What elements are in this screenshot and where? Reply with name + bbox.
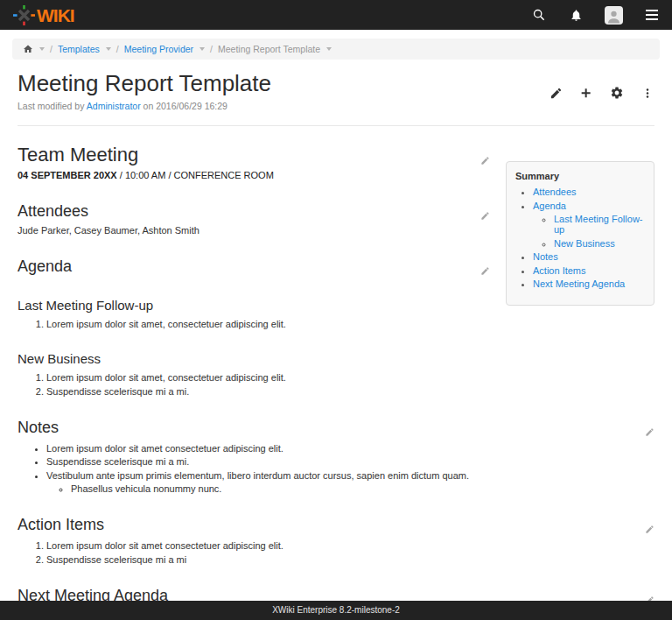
summary-panel: Summary Attendees Agenda Last Meeting Fo…	[506, 161, 654, 306]
version-footer-bar: XWiki Enterprise 8.2-milestone-2	[0, 601, 672, 620]
section-edit-pencil-icon[interactable]	[645, 520, 654, 539]
notes-sublist: Phasellus vehicula nonummy nunc.	[46, 483, 654, 494]
home-icon[interactable]	[23, 44, 33, 54]
edit-pencil-icon[interactable]	[549, 86, 563, 100]
toc-link-last-meeting-follow-up[interactable]: Last Meeting Follow-up	[554, 214, 643, 235]
meeting-time-location: / 10:00 AM / CONFERENCE ROOM	[117, 170, 274, 180]
header-divider	[18, 125, 654, 126]
settings-gear-icon[interactable]	[610, 86, 624, 100]
toc-subitem: New Business	[554, 238, 647, 249]
modified-prefix: Last modified by	[18, 101, 84, 111]
menu-hamburger-icon[interactable]	[644, 7, 660, 23]
toc-link-next-meeting-agenda[interactable]: Next Meeting Agenda	[533, 278, 625, 289]
page-action-toolbar	[549, 86, 654, 100]
current-page-dropdown-caret[interactable]	[326, 47, 332, 51]
section-edit-pencil-icon[interactable]	[480, 148, 490, 171]
create-plus-icon[interactable]	[579, 86, 593, 100]
new-business-list: Lorem ipsum dolor sit amet, consectetuer…	[18, 372, 654, 397]
templates-dropdown-caret[interactable]	[106, 47, 111, 51]
xwiki-logo-x-icon	[12, 4, 36, 27]
list-item: Vestibulum ante ipsum primis elementum, …	[46, 470, 654, 495]
top-navbar: WIKI	[0, 0, 672, 30]
heading-text: Notes	[18, 419, 59, 436]
breadcrumb-current-page: Meeting Report Template	[218, 44, 320, 54]
modified-suffix: on 2016/06/29 16:29	[144, 101, 228, 111]
navbar-actions	[531, 6, 660, 25]
heading-notes: Notes	[18, 419, 654, 437]
list-item-text: Vestibulum ante ipsum primis elementum, …	[46, 470, 469, 481]
toc-item: Agenda Last Meeting Follow-up New Busine…	[533, 201, 647, 249]
toc-sublist: Last Meeting Follow-up New Business	[533, 214, 647, 249]
action-items-list: Lorem ipsum dolor sit amet consectetuer …	[18, 540, 654, 565]
toc-link-agenda[interactable]: Agenda	[533, 201, 566, 211]
list-item: Suspendisse scelerisque mi a mi.	[46, 386, 654, 397]
heading-text: Team Meeting	[18, 144, 138, 166]
toc-link-attendees[interactable]: Attendees	[533, 187, 577, 197]
last-meeting-list: Lorem ipsum dolor sit amet, consectetuer…	[18, 319, 654, 329]
toc-item: Action Items	[533, 265, 647, 276]
toc-item: Attendees	[533, 187, 647, 197]
summary-toc-list: Attendees Agenda Last Meeting Follow-up …	[515, 187, 647, 289]
more-kebab-icon[interactable]	[640, 86, 654, 100]
meeting-provider-dropdown-caret[interactable]	[200, 47, 205, 51]
breadcrumb-separator: /	[50, 44, 52, 54]
notifications-bell-icon[interactable]	[568, 7, 584, 23]
notes-list: Lorem ipsum dolor sit amet consectetuer …	[18, 443, 654, 495]
heading-text: Action Items	[18, 516, 104, 533]
toc-link-notes[interactable]: Notes	[533, 251, 558, 262]
toc-subitem: Last Meeting Follow-up	[554, 214, 647, 235]
heading-text: Attendees	[18, 202, 88, 220]
breadcrumb-separator: /	[210, 44, 213, 54]
page-header: Meeting Report Template Last modified by…	[0, 70, 672, 111]
list-item: Lorem ipsum dolor sit amet, consectetuer…	[46, 319, 654, 329]
list-subitem: Phasellus vehicula nonummy nunc.	[71, 483, 654, 494]
section-edit-pencil-icon[interactable]	[645, 423, 654, 441]
home-dropdown-caret[interactable]	[39, 47, 45, 51]
list-item: Suspendisse scelerisque mi a mi	[46, 554, 654, 565]
document-content: Summary Attendees Agenda Last Meeting Fo…	[0, 144, 672, 620]
section-edit-pencil-icon[interactable]	[480, 262, 490, 280]
list-item: Lorem ipsum dolor sit amet consectetuer …	[46, 443, 654, 454]
xwiki-logo[interactable]: WIKI	[12, 4, 74, 27]
toc-item: Notes	[533, 251, 647, 262]
last-modified-line: Last modified by Administrator on 2016/0…	[18, 101, 654, 111]
heading-action-items: Action Items	[18, 516, 654, 534]
modified-user-link[interactable]: Administrator	[87, 101, 141, 111]
breadcrumb: / Templates / Meeting Provider / Meeting…	[12, 39, 660, 60]
heading-new-business: New Business	[18, 351, 654, 366]
breadcrumb-link-templates[interactable]: Templates	[58, 44, 100, 54]
list-item: Suspendisse scelerisque mi a mi.	[46, 456, 654, 467]
search-icon[interactable]	[531, 7, 547, 23]
section-edit-pencil-icon[interactable]	[480, 207, 490, 225]
list-item: Lorem ipsum dolor sit amet, consectetuer…	[46, 372, 654, 383]
toc-item: Next Meeting Agenda	[533, 278, 647, 289]
heading-text: Agenda	[18, 257, 72, 275]
toc-link-new-business[interactable]: New Business	[554, 238, 615, 249]
meeting-date: 04 SEPTEMBER 20XX	[18, 170, 117, 180]
version-text: XWiki Enterprise 8.2-milestone-2	[272, 605, 400, 615]
breadcrumb-separator: /	[116, 44, 119, 54]
toc-link-action-items[interactable]: Action Items	[533, 265, 586, 276]
user-avatar[interactable]	[605, 6, 623, 25]
summary-title: Summary	[515, 171, 647, 181]
list-item: Lorem ipsum dolor sit amet consectetuer …	[46, 540, 654, 551]
xwiki-logo-text: WIKI	[37, 6, 74, 25]
breadcrumb-link-meeting-provider[interactable]: Meeting Provider	[124, 44, 193, 54]
